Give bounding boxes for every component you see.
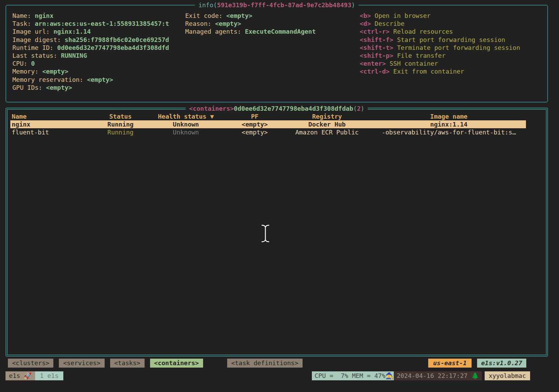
shortcut-open-browser: <b> Open in browser xyxy=(360,12,547,20)
containers-panel-title: <containers>0d0ee6d32e7747798eba4d3f308d… xyxy=(186,104,368,113)
info-field-memory-reservation: Memory reservation: <empty> xyxy=(12,76,185,84)
table-row-fluent-bit[interactable]: fluent-bit Running Unknown <empty> Amazo… xyxy=(10,128,526,136)
containers-title-task-id: 0d0ee6d32e7747798eba4d3f308dfdab xyxy=(234,105,353,112)
table-row-nginx[interactable]: nginx Running Unknown <empty> Docker Hub… xyxy=(10,120,526,128)
info-title-task-id: 591e319b-f7ff-4fcb-87ad-9e7c2bb48493 xyxy=(217,1,351,9)
cell-health: Unknown xyxy=(145,120,227,128)
info-middle-column: Exit code: <empty> Reason: <empty> Manag… xyxy=(185,12,360,91)
cell-image: -observability/aws-for-fluent-bit:s… xyxy=(372,128,526,136)
navigation-bar: <clusters> <services> <tasks> <container… xyxy=(8,359,559,368)
rocket-icon: 🚀 xyxy=(24,372,31,379)
nav-services-button[interactable]: <services> xyxy=(59,359,104,368)
info-field-name: Name: nginx xyxy=(12,12,185,20)
info-panel-title: info(591e319b-f7ff-4fcb-87ad-9e7c2bb4849… xyxy=(195,1,358,10)
shortcut-terminate-port-forward: <shift-t> Terminate port forwarding sess… xyxy=(360,44,547,52)
info-field-gpu-ids: GPU IDs: <empty> xyxy=(12,84,185,91)
cell-name: nginx xyxy=(10,120,96,128)
info-field-exit-code: Exit code: <empty> xyxy=(185,12,360,20)
cell-image: nginx:1.14 xyxy=(372,120,526,128)
containers-title-tag: <containers> xyxy=(189,105,234,112)
version-badge: e1s:v1.0.27 xyxy=(477,359,526,368)
cell-pf: <empty> xyxy=(227,128,282,136)
column-header-image-name[interactable]: Image name xyxy=(372,112,526,120)
info-field-last-status: Last status: RUNNING xyxy=(12,52,185,59)
info-field-reason: Reason: <empty> xyxy=(185,20,360,28)
cell-status: Running xyxy=(96,120,145,128)
containers-count: 2 xyxy=(357,105,361,112)
info-field-image-url: Image url: nginx:1.14 xyxy=(12,28,185,35)
shortcut-describe: <d> Describe xyxy=(360,20,547,28)
column-header-name[interactable]: Name xyxy=(10,112,96,120)
column-header-registry[interactable]: Registry xyxy=(282,112,372,120)
column-header-health-status[interactable]: Health status ▼ xyxy=(145,112,227,120)
nav-clusters-button[interactable]: <clusters> xyxy=(8,359,53,368)
info-field-memory: Memory: <empty> xyxy=(12,67,185,75)
info-field-cpu: CPU: 0 xyxy=(12,59,185,67)
info-field-runtime-id: Runtime ID: 0d0ee6d32e7747798eba4d3f308d… xyxy=(12,44,185,52)
region-badge: us-east-1 xyxy=(428,359,472,368)
shortcut-reload: <ctrl-r> Reload resources xyxy=(360,28,547,35)
info-title-suffix: ) xyxy=(351,1,355,9)
session-count-badge: 1 e1s xyxy=(35,371,63,380)
shortcut-start-port-forward: <shift-f> Start port forwarding session xyxy=(360,36,547,44)
info-field-managed-agents: Managed agents: ExecuteCommandAgent xyxy=(185,28,360,35)
hostname-badge: xyyolabmac xyxy=(485,371,530,380)
cpu-mem-badge: CPU = 7% MEM = 47%🧙 xyxy=(312,371,394,380)
column-header-status[interactable]: Status xyxy=(96,112,145,120)
shortcut-file-transfer: <shift-p> File transfer xyxy=(360,52,547,59)
cell-pf: <empty> xyxy=(227,120,282,128)
containers-panel: <containers>0d0ee6d32e7747798eba4d3f308d… xyxy=(6,108,548,357)
shortcut-ssh: <enter> SSH container xyxy=(360,59,547,67)
containers-table: Name Status Health status ▼ PF Registry … xyxy=(10,112,526,137)
status-bar: e1s 🚀 1 e1s CPU = 7% MEM = 47%🧙 2024-04-… xyxy=(6,371,559,380)
info-title-prefix: info( xyxy=(198,1,217,9)
wizard-icon: 🧙 xyxy=(386,372,393,379)
nav-tasks-button[interactable]: <tasks> xyxy=(110,359,145,368)
cell-registry: Amazon ECR Public xyxy=(282,128,372,136)
datetime-badge: 2024-04-16 22:17:27 🌲 xyxy=(394,371,482,380)
tree-icon: 🌲 xyxy=(471,372,479,379)
info-panel: info(591e319b-f7ff-4fcb-87ad-9e7c2bb4849… xyxy=(6,5,548,102)
info-left-column: Name: nginx Task: arn:aws:ecs:us-east-1:… xyxy=(12,12,185,91)
cell-status: Running xyxy=(96,128,145,136)
table-header-row: Name Status Health status ▼ PF Registry … xyxy=(10,112,526,120)
cell-name: fluent-bit xyxy=(10,128,96,136)
shortcut-list: <b> Open in browser <d> Describe <ctrl-r… xyxy=(360,12,547,91)
cell-health: Unknown xyxy=(145,128,227,136)
shortcut-exit-container: <ctrl-d> Exit from container xyxy=(360,67,547,75)
column-header-pf[interactable]: PF xyxy=(227,112,282,120)
info-field-image-digest: Image digest: sha256:f7988fb6c02e0ce6925… xyxy=(12,36,185,44)
app-badge: e1s 🚀 xyxy=(6,371,35,380)
cell-registry: Docker Hub xyxy=(282,120,372,128)
info-field-task: Task: arn:aws:ecs:us-east-1:558931385457… xyxy=(12,20,185,28)
nav-containers-button[interactable]: <containers> xyxy=(150,359,203,368)
nav-task-definitions-button[interactable]: <task definitions> xyxy=(227,359,303,368)
